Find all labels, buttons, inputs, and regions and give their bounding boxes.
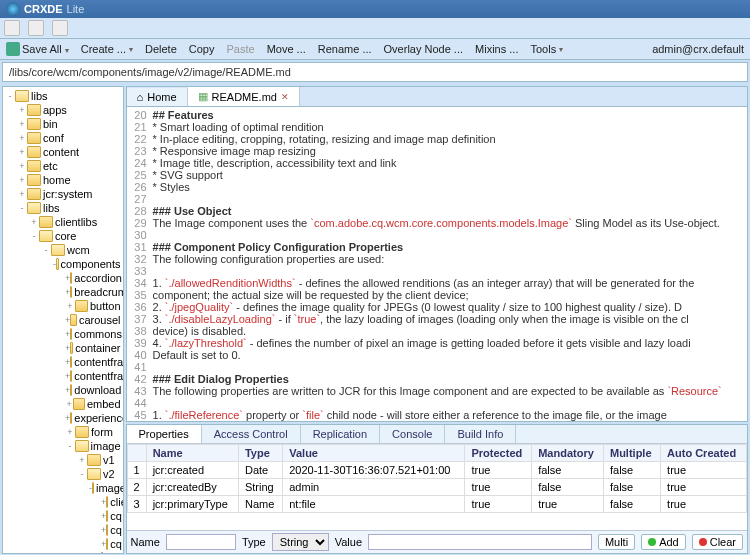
tree-node[interactable]: -v2 <box>3 467 123 481</box>
tree-node[interactable]: +container <box>3 341 123 355</box>
tree-node[interactable]: +home <box>3 173 123 187</box>
tree-node[interactable]: +jcr:system <box>3 187 123 201</box>
tree-twisty[interactable]: - <box>77 467 87 481</box>
col-value[interactable]: Value <box>283 445 465 462</box>
move-button[interactable]: Move ... <box>267 42 306 56</box>
prop-type-select[interactable]: String <box>272 533 329 551</box>
tree-node[interactable]: +cq:editConfig <box>3 537 123 551</box>
tree-twisty[interactable]: + <box>17 131 27 145</box>
tree-twisty[interactable]: + <box>17 173 27 187</box>
folder-icon <box>70 370 72 382</box>
tree-node[interactable]: +contentfragment <box>3 355 123 369</box>
tree-twisty[interactable]: - <box>41 243 51 257</box>
rename-button[interactable]: Rename ... <box>318 42 372 56</box>
tree-node[interactable]: +cq:design_dialog <box>3 509 123 523</box>
tree-node[interactable]: +apps <box>3 103 123 117</box>
table-row[interactable]: 1jcr:createdDate2020-11-30T16:36:07.521+… <box>127 462 746 479</box>
tree-twisty[interactable]: - <box>17 201 27 215</box>
code-editor[interactable]: 20## Features21* Smart loading of optima… <box>126 106 748 422</box>
tree-node[interactable]: -libs <box>3 201 123 215</box>
tree-node[interactable]: +breadcrumb <box>3 285 123 299</box>
tree-twisty[interactable]: + <box>17 103 27 117</box>
add-button[interactable]: Add <box>641 534 686 550</box>
tree-node[interactable]: -core <box>3 229 123 243</box>
tree-node[interactable]: +experiencefragment <box>3 411 123 425</box>
tree-twisty[interactable]: + <box>17 117 27 131</box>
tree-twisty[interactable]: + <box>65 425 75 439</box>
tools-menu[interactable]: Tools <box>530 42 563 56</box>
col-auto-created[interactable]: Auto Created <box>661 445 747 462</box>
table-row[interactable]: 2jcr:createdByStringadmintruefalsefalset… <box>127 479 746 496</box>
tree-twisty[interactable]: + <box>17 187 27 201</box>
tree-node[interactable]: +v1 <box>3 453 123 467</box>
tree-label: apps <box>43 103 67 117</box>
save-all-button[interactable]: Save All <box>6 42 69 56</box>
tree-twisty[interactable]: - <box>29 229 39 243</box>
tree-node[interactable]: +carousel <box>3 313 123 327</box>
quick-toolbar <box>0 18 750 39</box>
home-icon[interactable] <box>4 20 20 36</box>
tree-node[interactable]: +clientlibs <box>3 215 123 229</box>
tree-twisty[interactable]: - <box>5 89 15 103</box>
col-multiple[interactable]: Multiple <box>603 445 660 462</box>
tab-access-control[interactable]: Access Control <box>202 425 301 443</box>
tab-replication[interactable]: Replication <box>301 425 380 443</box>
tree-label: content <box>43 145 79 159</box>
tree-node[interactable]: +etc <box>3 159 123 173</box>
table-row[interactable]: 3jcr:primaryTypeNament:filetruetruefalse… <box>127 496 746 513</box>
close-icon[interactable]: ✕ <box>281 92 289 102</box>
prop-value-input[interactable] <box>368 534 592 550</box>
clear-button[interactable]: Clear <box>692 534 743 550</box>
user-label[interactable]: admin@crx.default <box>652 42 744 56</box>
tree-twisty[interactable]: + <box>77 453 87 467</box>
tree-twisty[interactable]: + <box>17 159 27 173</box>
delete-button[interactable]: Delete <box>145 42 177 56</box>
create-menu[interactable]: Create ... <box>81 42 133 56</box>
mixins-button[interactable]: Mixins ... <box>475 42 518 56</box>
tree-node[interactable]: +conf <box>3 131 123 145</box>
tree-twisty[interactable]: - <box>65 439 75 453</box>
path-bar[interactable]: /libs/core/wcm/components/image/v2/image… <box>2 62 748 82</box>
tree-twisty[interactable]: + <box>65 299 75 313</box>
tree-node[interactable]: +form <box>3 425 123 439</box>
tab-properties[interactable]: Properties <box>127 425 202 443</box>
tree-node[interactable]: -image <box>3 481 123 495</box>
tree-label: container <box>75 341 120 355</box>
app-variant: Lite <box>67 3 85 15</box>
tree-node[interactable]: -image <box>3 439 123 453</box>
tree-node[interactable]: -libs <box>3 89 123 103</box>
col-mandatory[interactable]: Mandatory <box>532 445 604 462</box>
tree-node[interactable]: -wcm <box>3 243 123 257</box>
tree-label: home <box>43 173 71 187</box>
copy-button[interactable]: Copy <box>189 42 215 56</box>
tree-node[interactable]: +commons <box>3 327 123 341</box>
tree-node[interactable]: icon.png <box>3 551 123 554</box>
col-protected[interactable]: Protected <box>465 445 532 462</box>
multi-button[interactable]: Multi <box>598 534 635 550</box>
tree-node[interactable]: +download <box>3 383 123 397</box>
tab-home[interactable]: ⌂Home <box>127 88 188 106</box>
tab-readme[interactable]: ▦README.md✕ <box>188 87 300 106</box>
tree-node[interactable]: +accordion <box>3 271 123 285</box>
tree-node[interactable]: +contentfragmentlist <box>3 369 123 383</box>
repository-tree[interactable]: -libs+apps+bin+conf+content+etc+home+jcr… <box>2 86 124 554</box>
tab-console[interactable]: Console <box>380 425 445 443</box>
tree-twisty[interactable]: + <box>29 215 39 229</box>
help-icon[interactable] <box>52 20 68 36</box>
prop-name-input[interactable] <box>166 534 236 550</box>
properties-table[interactable]: Name Type Value Protected Mandatory Mult… <box>127 444 747 530</box>
tree-node[interactable]: +bin <box>3 117 123 131</box>
col-type[interactable]: Type <box>238 445 282 462</box>
tab-build-info[interactable]: Build Info <box>445 425 516 443</box>
overlay-node-button[interactable]: Overlay Node ... <box>384 42 463 56</box>
tree-node[interactable]: +cq:dialog <box>3 523 123 537</box>
tree-node[interactable]: +clientlibs <box>3 495 123 509</box>
refresh-icon[interactable] <box>28 20 44 36</box>
tree-node[interactable]: +button <box>3 299 123 313</box>
tree-twisty[interactable]: + <box>65 397 73 411</box>
col-name[interactable]: Name <box>146 445 238 462</box>
tree-node[interactable]: +content <box>3 145 123 159</box>
tree-node[interactable]: -components <box>3 257 123 271</box>
tree-twisty[interactable]: + <box>17 145 27 159</box>
tree-node[interactable]: +embed <box>3 397 123 411</box>
